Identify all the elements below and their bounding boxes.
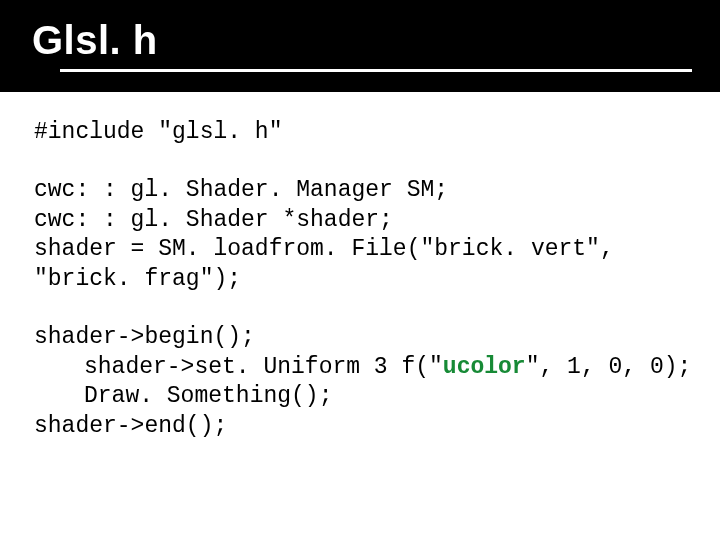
blank-line [34,147,696,176]
highlight-ucolor: ucolor [443,354,526,380]
code-block: #include "glsl. h" cwc: : gl. Shader. Ma… [0,92,720,441]
code-line: cwc: : gl. Shader *shader; [34,206,696,235]
code-line: shader->set. Uniform 3 f("ucolor", 1, 0,… [34,353,696,382]
code-line: "brick. frag"); [34,265,696,294]
code-line: Draw. Something(); [34,382,696,411]
title-bar: Glsl. h [0,0,720,92]
code-line: cwc: : gl. Shader. Manager SM; [34,176,696,205]
code-text: ", 1, 0, 0); [526,354,692,380]
slide-title: Glsl. h [32,18,720,63]
slide: Glsl. h #include "glsl. h" cwc: : gl. Sh… [0,0,720,540]
code-text: shader->set. Uniform 3 f(" [84,354,443,380]
code-line: #include "glsl. h" [34,118,696,147]
blank-line [34,294,696,323]
code-line: shader->end(); [34,412,696,441]
code-line: shader->begin(); [34,323,696,352]
title-underline [60,69,692,72]
code-line: shader = SM. loadfrom. File("brick. vert… [34,235,696,264]
